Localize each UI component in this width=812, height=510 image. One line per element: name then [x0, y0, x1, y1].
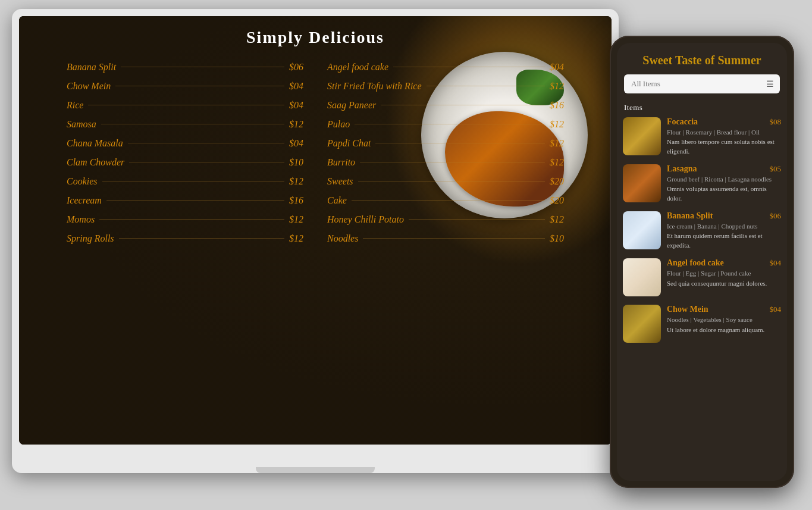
phone-item-description: Ut labore et dolore magnam aliquam.: [667, 326, 781, 334]
menu-item-price: $16: [550, 100, 564, 111]
menu-item-dots: [381, 105, 545, 105]
menu-item: Pulao $12: [327, 119, 564, 130]
menu-col-right: Angel food cake $04 Stir Fried Tofu with…: [315, 62, 576, 252]
menu-item-name: Banana Split: [67, 62, 116, 73]
menu-item-dots: [101, 124, 284, 124]
phone-item-ingredients: Ice cream | Banana | Chopped nuts: [667, 222, 781, 230]
menu-item-name: Spring Rolls: [67, 233, 114, 244]
phone: Sweet Taste of Summer ☰ Items Focaccia $…: [610, 36, 794, 488]
phone-item-price: $06: [770, 211, 782, 221]
phone-menu-item[interactable]: Angel food cake $04 Flour | Egg | Sugar …: [623, 258, 781, 296]
phone-item-image: [623, 211, 661, 249]
phone-item-description: Nam libero tempore cum soluta nobis est …: [667, 137, 781, 156]
phone-menu-list: Focaccia $08 Flour | Rosemary | Bread fl…: [617, 117, 787, 481]
menu-item-name: Burrito: [327, 157, 355, 168]
menu-item-price: $12: [289, 176, 303, 187]
phone-item-details: Angel food cake $04 Flour | Egg | Sugar …: [667, 258, 781, 288]
phone-item-description: Omnis voluptas assumenda est, omnis dolo…: [667, 184, 781, 203]
laptop-screen: Simply Delicious Banana Split $06 Chow M…: [19, 16, 612, 445]
phone-item-description: Sed quia consequuntur magni dolores.: [667, 279, 781, 288]
menu-item: Noodles $10: [327, 233, 564, 244]
menu-item: Burrito $12: [327, 157, 564, 168]
menu-item: Saag Paneer $16: [327, 100, 564, 111]
menu-item-name: Saag Paneer: [327, 100, 376, 111]
phone-item-image: [623, 258, 661, 296]
items-label: Items: [617, 99, 787, 117]
scene: Simply Delicious Banana Split $06 Chow M…: [0, 0, 812, 510]
restaurant-title: Simply Delicious: [19, 16, 612, 62]
phone-item-name: Angel food cake: [667, 258, 724, 268]
menu-item-price: $12: [289, 233, 303, 244]
laptop: Simply Delicious Banana Split $06 Chow M…: [12, 9, 619, 473]
search-input[interactable]: [624, 74, 780, 93]
menu-item-name: Stir Fried Tofu with Rice: [327, 81, 422, 92]
menu-item-name: Clam Chowder: [67, 157, 124, 168]
menu-item-price: $04: [550, 62, 564, 73]
phone-item-name: Banana Split: [667, 211, 713, 221]
menu-item-price: $12: [289, 214, 303, 225]
phone-item-price: $05: [770, 164, 782, 174]
menu-item-dots: [375, 143, 545, 143]
menu-item-dots: [115, 86, 284, 86]
menu-item: Sweets $20: [327, 176, 564, 187]
phone-menu-item[interactable]: Chow Mein $04 Noodles | Vegetables | Soy…: [623, 305, 781, 343]
menu-item-name: Chana Masala: [67, 138, 123, 149]
menu-item-price: $12: [550, 157, 564, 168]
menu-item-price: $06: [289, 62, 303, 73]
menu-item-price: $12: [289, 119, 303, 130]
menu-item-dots: [360, 162, 545, 162]
screen-background: Simply Delicious Banana Split $06 Chow M…: [19, 16, 612, 445]
menu-item-price: $10: [550, 233, 564, 244]
menu-item-dots: [355, 124, 545, 124]
phone-item-price: $04: [770, 258, 782, 268]
menu-item-dots: [363, 238, 545, 239]
menu-item-dots: [102, 181, 284, 182]
menu-item: Clam Chowder $10: [67, 157, 303, 168]
phone-screen: Sweet Taste of Summer ☰ Items Focaccia $…: [617, 43, 787, 481]
menu-item-price: $12: [550, 214, 564, 225]
phone-item-ingredients: Ground beef | Ricotta | Lasagna noodles: [667, 175, 781, 183]
menu-item: Cake $20: [327, 195, 564, 206]
phone-menu-item[interactable]: Focaccia $08 Flour | Rosemary | Bread fl…: [623, 117, 781, 156]
phone-item-ingredients: Noodles | Vegetables | Soy sauce: [667, 315, 781, 324]
menu-item: Cookies $12: [67, 176, 303, 187]
menu-grid: Banana Split $06 Chow Mein $04 Rice $04 …: [19, 62, 612, 252]
phone-header: Sweet Taste of Summer: [617, 43, 787, 74]
menu-item-dots: [352, 200, 545, 201]
phone-item-details: Focaccia $08 Flour | Rosemary | Bread fl…: [667, 117, 781, 156]
phone-menu-item[interactable]: Lasagna $05 Ground beef | Ricotta | Lasa…: [623, 164, 781, 203]
phone-item-details: Lasagna $05 Ground beef | Ricotta | Lasa…: [667, 164, 781, 203]
phone-item-header: Angel food cake $04: [667, 258, 781, 268]
menu-item-name: Icecream: [67, 195, 102, 206]
menu-col-left: Banana Split $06 Chow Mein $04 Rice $04 …: [55, 62, 315, 252]
menu-item-price: $12: [550, 138, 564, 149]
menu-item: Stir Fried Tofu with Rice $12: [327, 81, 564, 92]
hamburger-icon: ☰: [766, 79, 774, 89]
menu-item-dots: [128, 143, 284, 143]
phone-item-name: Chow Mein: [667, 305, 708, 314]
menu-item: Chana Masala $04: [67, 138, 303, 149]
menu-item-name: Cookies: [67, 176, 98, 187]
menu-item: Chow Mein $04: [67, 81, 303, 92]
menu-item: Samosa $12: [67, 119, 303, 130]
menu-item: Momos $12: [67, 214, 303, 225]
phone-menu-item[interactable]: Banana Split $06 Ice cream | Banana | Ch…: [623, 211, 781, 250]
menu-item-price: $04: [289, 138, 303, 149]
menu-item-dots: [99, 219, 284, 220]
phone-search-container[interactable]: ☰: [624, 74, 780, 93]
menu-item: Rice $04: [67, 100, 303, 111]
menu-item-name: Samosa: [67, 119, 96, 130]
menu-item-name: Honey Chilli Potato: [327, 214, 404, 225]
menu-item-price: $04: [289, 81, 303, 92]
menu-item-dots: [119, 238, 284, 239]
menu-item-name: Angel food cake: [327, 62, 388, 73]
menu-item-price: $16: [289, 195, 303, 206]
menu-item-dots: [358, 181, 545, 182]
menu-item-dots: [121, 67, 284, 67]
phone-item-details: Banana Split $06 Ice cream | Banana | Ch…: [667, 211, 781, 250]
phone-item-header: Chow Mein $04: [667, 305, 781, 314]
laptop-base: [256, 467, 375, 473]
menu-item-dots: [129, 162, 284, 162]
phone-item-price: $08: [770, 117, 782, 127]
menu-item: Papdi Chat $12: [327, 138, 564, 149]
